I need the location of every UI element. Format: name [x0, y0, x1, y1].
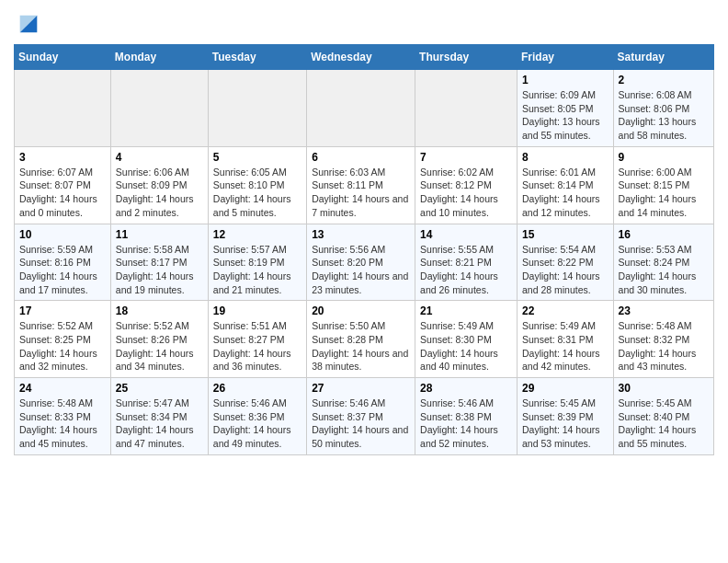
day-info: Sunrise: 5:58 AM Sunset: 8:17 PM Dayligh… — [116, 243, 203, 297]
day-number: 28 — [420, 382, 512, 395]
calendar-body: 1Sunrise: 6:09 AM Sunset: 8:05 PM Daylig… — [15, 70, 714, 455]
day-number: 2 — [619, 74, 709, 86]
weekday-header-wednesday: Wednesday — [307, 45, 415, 70]
day-number: 7 — [420, 151, 512, 164]
calendar-cell: 15Sunrise: 5:54 AM Sunset: 8:22 PM Dayli… — [517, 224, 613, 301]
day-info: Sunrise: 5:52 AM Sunset: 8:26 PM Dayligh… — [116, 319, 203, 373]
calendar-cell: 7Sunrise: 6:02 AM Sunset: 8:12 PM Daylig… — [415, 146, 518, 224]
day-info: Sunrise: 6:00 AM Sunset: 8:15 PM Dayligh… — [619, 166, 709, 220]
weekday-header-saturday: Saturday — [613, 45, 713, 70]
calendar-cell — [110, 70, 208, 147]
calendar-cell: 13Sunrise: 5:56 AM Sunset: 8:20 PM Dayli… — [307, 224, 415, 301]
calendar-cell: 25Sunrise: 5:47 AM Sunset: 8:34 PM Dayli… — [110, 378, 208, 455]
calendar-cell: 19Sunrise: 5:51 AM Sunset: 8:27 PM Dayli… — [208, 301, 306, 378]
calendar-cell: 20Sunrise: 5:50 AM Sunset: 8:28 PM Dayli… — [307, 301, 415, 378]
day-number: 22 — [522, 304, 609, 317]
day-number: 26 — [213, 382, 301, 395]
day-info: Sunrise: 6:05 AM Sunset: 8:10 PM Dayligh… — [213, 166, 301, 220]
day-info: Sunrise: 6:02 AM Sunset: 8:12 PM Dayligh… — [420, 166, 512, 220]
calendar-week-row: 17Sunrise: 5:52 AM Sunset: 8:25 PM Dayli… — [15, 301, 714, 378]
calendar-cell: 18Sunrise: 5:52 AM Sunset: 8:26 PM Dayli… — [110, 301, 208, 378]
calendar-cell: 10Sunrise: 5:59 AM Sunset: 8:16 PM Dayli… — [15, 224, 111, 301]
day-info: Sunrise: 6:03 AM Sunset: 8:11 PM Dayligh… — [312, 166, 410, 220]
day-info: Sunrise: 5:55 AM Sunset: 8:21 PM Dayligh… — [420, 243, 512, 297]
day-info: Sunrise: 5:47 AM Sunset: 8:34 PM Dayligh… — [116, 396, 203, 451]
calendar-week-row: 10Sunrise: 5:59 AM Sunset: 8:16 PM Dayli… — [15, 224, 714, 301]
calendar-cell: 26Sunrise: 5:46 AM Sunset: 8:36 PM Dayli… — [208, 378, 306, 455]
calendar-cell: 1Sunrise: 6:09 AM Sunset: 8:05 PM Daylig… — [517, 70, 613, 147]
day-number: 9 — [619, 151, 709, 164]
day-number: 23 — [619, 304, 709, 317]
calendar-cell: 12Sunrise: 5:57 AM Sunset: 8:19 PM Dayli… — [208, 224, 306, 301]
day-info: Sunrise: 6:06 AM Sunset: 8:09 PM Dayligh… — [116, 166, 203, 220]
calendar-cell: 17Sunrise: 5:52 AM Sunset: 8:25 PM Dayli… — [15, 301, 111, 378]
calendar-cell: 4Sunrise: 6:06 AM Sunset: 8:09 PM Daylig… — [110, 146, 208, 224]
day-info: Sunrise: 5:56 AM Sunset: 8:20 PM Dayligh… — [312, 243, 410, 297]
weekday-header-thursday: Thursday — [415, 45, 518, 70]
day-number: 8 — [522, 151, 609, 164]
day-number: 14 — [420, 228, 512, 241]
day-info: Sunrise: 5:54 AM Sunset: 8:22 PM Dayligh… — [522, 243, 609, 297]
day-info: Sunrise: 5:50 AM Sunset: 8:28 PM Dayligh… — [312, 319, 410, 373]
calendar-cell: 2Sunrise: 6:08 AM Sunset: 8:06 PM Daylig… — [613, 70, 713, 147]
day-number: 4 — [116, 151, 203, 164]
calendar-cell: 30Sunrise: 5:45 AM Sunset: 8:40 PM Dayli… — [613, 378, 713, 455]
day-number: 11 — [116, 228, 203, 241]
calendar-cell: 3Sunrise: 6:07 AM Sunset: 8:07 PM Daylig… — [15, 146, 111, 224]
weekday-header-tuesday: Tuesday — [208, 45, 306, 70]
day-number: 25 — [116, 382, 203, 395]
calendar-cell: 23Sunrise: 5:48 AM Sunset: 8:32 PM Dayli… — [613, 301, 713, 378]
day-number: 30 — [619, 382, 709, 395]
day-number: 20 — [312, 304, 410, 317]
calendar-cell: 22Sunrise: 5:49 AM Sunset: 8:31 PM Dayli… — [517, 301, 613, 378]
day-number: 10 — [19, 228, 106, 241]
day-number: 6 — [312, 151, 410, 164]
day-info: Sunrise: 5:48 AM Sunset: 8:33 PM Dayligh… — [19, 396, 106, 451]
calendar-cell: 28Sunrise: 5:46 AM Sunset: 8:38 PM Dayli… — [415, 378, 518, 455]
day-info: Sunrise: 6:08 AM Sunset: 8:06 PM Dayligh… — [619, 88, 709, 143]
weekday-header-sunday: Sunday — [15, 45, 111, 70]
day-number: 12 — [213, 228, 301, 241]
calendar-table: SundayMondayTuesdayWednesdayThursdayFrid… — [14, 44, 714, 455]
day-number: 24 — [19, 382, 106, 395]
day-info: Sunrise: 5:49 AM Sunset: 8:30 PM Dayligh… — [420, 319, 512, 373]
calendar-week-row: 24Sunrise: 5:48 AM Sunset: 8:33 PM Dayli… — [15, 378, 714, 455]
day-info: Sunrise: 5:46 AM Sunset: 8:36 PM Dayligh… — [213, 396, 301, 451]
calendar-cell — [208, 70, 306, 147]
weekday-header-friday: Friday — [517, 45, 613, 70]
day-info: Sunrise: 6:01 AM Sunset: 8:14 PM Dayligh… — [522, 166, 609, 220]
day-number: 17 — [19, 304, 106, 317]
day-info: Sunrise: 5:51 AM Sunset: 8:27 PM Dayligh… — [213, 319, 301, 373]
day-number: 21 — [420, 304, 512, 317]
calendar-cell: 16Sunrise: 5:53 AM Sunset: 8:24 PM Dayli… — [613, 224, 713, 301]
day-number: 3 — [19, 151, 106, 164]
day-number: 19 — [213, 304, 301, 317]
day-number: 15 — [522, 228, 609, 241]
day-info: Sunrise: 5:53 AM Sunset: 8:24 PM Dayligh… — [619, 243, 709, 297]
calendar-cell — [307, 70, 415, 147]
calendar-cell: 27Sunrise: 5:46 AM Sunset: 8:37 PM Dayli… — [307, 378, 415, 455]
calendar-cell: 21Sunrise: 5:49 AM Sunset: 8:30 PM Dayli… — [415, 301, 518, 378]
calendar-cell — [415, 70, 518, 147]
day-number: 29 — [522, 382, 609, 395]
day-info: Sunrise: 5:49 AM Sunset: 8:31 PM Dayligh… — [522, 319, 609, 373]
day-number: 18 — [116, 304, 203, 317]
day-info: Sunrise: 6:09 AM Sunset: 8:05 PM Dayligh… — [522, 88, 609, 143]
weekday-header-row: SundayMondayTuesdayWednesdayThursdayFrid… — [15, 45, 714, 70]
calendar-cell: 6Sunrise: 6:03 AM Sunset: 8:11 PM Daylig… — [307, 146, 415, 224]
calendar-cell: 14Sunrise: 5:55 AM Sunset: 8:21 PM Dayli… — [415, 224, 518, 301]
day-info: Sunrise: 5:57 AM Sunset: 8:19 PM Dayligh… — [213, 243, 301, 297]
calendar-cell: 8Sunrise: 6:01 AM Sunset: 8:14 PM Daylig… — [517, 146, 613, 224]
day-info: Sunrise: 5:46 AM Sunset: 8:37 PM Dayligh… — [312, 396, 410, 451]
day-info: Sunrise: 5:46 AM Sunset: 8:38 PM Dayligh… — [420, 396, 512, 451]
calendar-cell — [15, 70, 111, 147]
day-info: Sunrise: 5:48 AM Sunset: 8:32 PM Dayligh… — [619, 319, 709, 373]
weekday-header-monday: Monday — [110, 45, 208, 70]
calendar-cell: 9Sunrise: 6:00 AM Sunset: 8:15 PM Daylig… — [613, 146, 713, 224]
calendar-cell: 24Sunrise: 5:48 AM Sunset: 8:33 PM Dayli… — [15, 378, 111, 455]
day-number: 1 — [522, 74, 609, 86]
day-info: Sunrise: 5:52 AM Sunset: 8:25 PM Dayligh… — [19, 319, 106, 373]
calendar-cell: 5Sunrise: 6:05 AM Sunset: 8:10 PM Daylig… — [208, 146, 306, 224]
day-number: 5 — [213, 151, 301, 164]
logo-icon — [16, 11, 41, 37]
